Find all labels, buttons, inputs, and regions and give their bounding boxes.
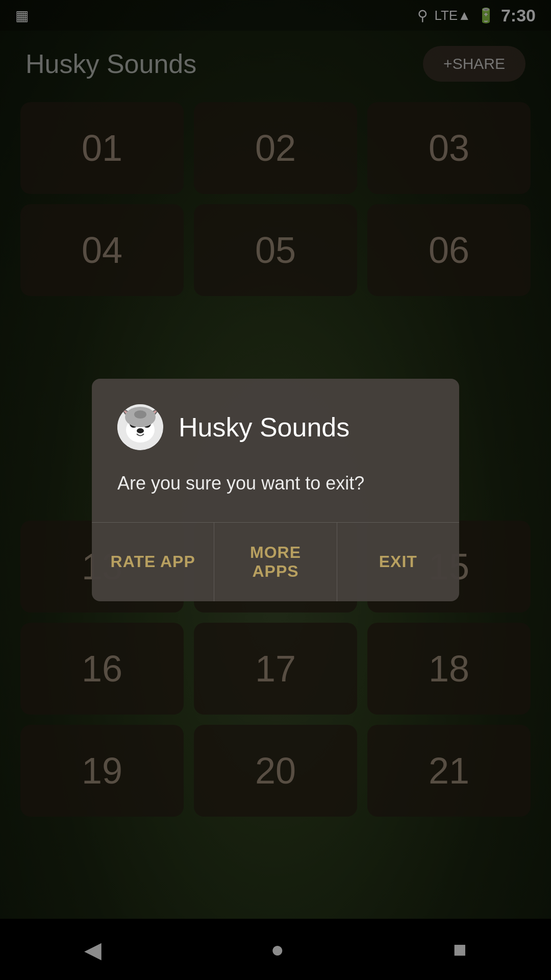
dialog-buttons: RATE APP MORE APPS EXIT [92, 522, 459, 601]
dialog-avatar [117, 404, 163, 450]
dialog-overlay: Husky Sounds Are you sure you want to ex… [0, 0, 551, 980]
exit-dialog: Husky Sounds Are you sure you want to ex… [92, 379, 459, 601]
svg-point-10 [137, 428, 144, 433]
dialog-message: Are you sure you want to exit? [117, 471, 434, 496]
dialog-title: Husky Sounds [179, 412, 349, 443]
svg-point-12 [134, 410, 146, 419]
husky-avatar-icon [117, 404, 163, 450]
dialog-header: Husky Sounds [117, 404, 434, 450]
more-apps-button[interactable]: MORE APPS [214, 523, 337, 601]
rate-app-button[interactable]: RATE APP [92, 523, 214, 601]
exit-button[interactable]: EXIT [337, 523, 459, 601]
